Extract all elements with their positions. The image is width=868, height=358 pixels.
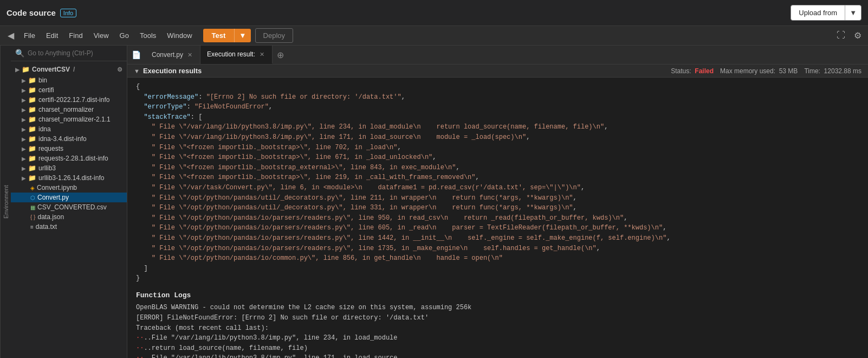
trace-line-1: ··..File "/var/lang/lib/python3.8/imp.py… (136, 333, 859, 343)
chevron-certifi: ▶ (22, 87, 26, 93)
tree-label-charset-dist: charset_normalizer-2.1.1 (38, 116, 111, 123)
tree-label-certifi-dist: certifi-2022.12.7.dist-info (38, 96, 109, 104)
tab-bar: 📄 Convert.py ✕ Execution result: ✕ ⊕ (127, 46, 868, 65)
tree-item-idna-dist[interactable]: ▶ 📁 idna-3.4.dist-info (11, 134, 127, 144)
tree-item-txt[interactable]: ≡ data.txt (11, 222, 127, 232)
menu-bar: ◀ File Edit Find View Go Tools Window Te… (0, 26, 868, 46)
folder-icon-idna-dist: 📁 (28, 135, 36, 143)
tab-add-button[interactable]: ⊕ (273, 47, 288, 63)
tab-exec-label: Execution result: (207, 50, 255, 58)
function-logs-content: OpenBLAS WARNING - could not determine t… (136, 303, 859, 358)
tree-settings-icon[interactable]: ⚙ (117, 66, 122, 73)
tree-item-requests[interactable]: ▶ 📁 requests (11, 144, 127, 154)
tree-item-requests-dist[interactable]: ▶ 📁 requests-2.28.1.dist-info (11, 154, 127, 163)
folder-icon-urllib3: 📁 (28, 164, 36, 172)
tab-execution-result[interactable]: Execution result: ✕ (200, 46, 273, 64)
tree-label-urllib3: urllib3 (38, 164, 56, 172)
trace-dots-2: ·· (136, 344, 144, 352)
exec-title: Execution results (143, 67, 202, 75)
exec-panel: ▼ Execution results Status: Failed Max m… (127, 65, 868, 358)
trace-line-3: ··..File "/var/lang/lib/python3.8/imp.py… (136, 353, 859, 358)
tree-root-chevron[interactable]: ▶ (15, 67, 20, 73)
file-tree-header: ▶ 📁 ConvertCSV / ⚙ (11, 63, 127, 75)
menu-window[interactable]: Window (163, 29, 196, 42)
tree-item-bin[interactable]: ▶ 📁 bin (11, 75, 127, 85)
editor-area: 📄 Convert.py ✕ Execution result: ✕ ⊕ ▼ E… (127, 46, 868, 358)
tree-item-charset[interactable]: ▶ 📁 charset_normalizer (11, 105, 127, 114)
menu-view[interactable]: View (89, 29, 113, 42)
tree-label-convertpy: Convert.py (37, 194, 69, 201)
status-failed-value: Failed (695, 67, 714, 75)
chevron-bin: ▶ (22, 78, 26, 84)
tab-convertpy[interactable]: Convert.py ✕ (145, 46, 200, 64)
notebook-icon: ◈ (30, 185, 35, 191)
tree-label-notebook: Convert.ipynb (37, 184, 77, 191)
exec-json-output: { "errorMessage": "[Errno 2] No such fil… (136, 82, 859, 284)
tree-label-requests-dist: requests-2.28.1.dist-info (38, 155, 108, 162)
search-input[interactable] (28, 49, 122, 57)
tree-root-slash: / (73, 66, 75, 73)
upload-dropdown-arrow[interactable]: ▼ (845, 5, 861, 20)
folder-icon-bin: 📁 (28, 76, 36, 84)
tree-item-notebook[interactable]: ◈ Convert.ipynb (11, 183, 127, 193)
json-icon: { } (30, 214, 35, 220)
environment-label: Environment (0, 46, 11, 358)
file-explorer: 🔍 ▶ 📁 ConvertCSV / ⚙ ▶ 📁 bin ▶ (11, 46, 127, 358)
folder-icon-certifi-dist: 📁 (28, 96, 36, 104)
folder-icon-charset-dist: 📁 (28, 116, 36, 123)
csv-icon: ▦ (30, 204, 35, 210)
exec-chevron[interactable]: ▼ (134, 68, 140, 74)
test-dropdown-arrow[interactable]: ▼ (234, 29, 250, 42)
tree-item-urllib3[interactable]: ▶ 📁 urllib3 (11, 163, 127, 173)
back-button[interactable]: ◀ (4, 28, 17, 43)
tree-label-charset: charset_normalizer (38, 106, 94, 113)
deploy-button[interactable]: Deploy (255, 28, 293, 43)
menu-file[interactable]: File (20, 29, 40, 42)
chevron-charset-dist: ▶ (22, 117, 26, 123)
menu-tools[interactable]: Tools (135, 29, 160, 42)
tab-convertpy-close[interactable]: ✕ (186, 50, 193, 60)
tree-item-csv[interactable]: ▦ CSV_CONVERTED.csv (11, 202, 127, 212)
app-title: Code source (7, 8, 56, 17)
chevron-urllib3-dist: ▶ (22, 175, 26, 181)
fullscreen-icon[interactable]: ⛶ (834, 28, 847, 43)
test-button[interactable]: Test (203, 29, 235, 42)
upload-button-label: Upload from (791, 5, 845, 20)
chevron-requests: ▶ (22, 146, 26, 152)
tree-item-urllib3-dist[interactable]: ▶ 📁 urllib3-1.26.14.dist-info (11, 173, 127, 183)
search-bar: 🔍 (11, 46, 127, 61)
tree-label-idna: idna (38, 125, 51, 133)
menu-right: ⛶ ⚙ (834, 28, 864, 43)
chevron-idna: ▶ (22, 126, 26, 132)
tree-item-certifi[interactable]: ▶ 📁 certifi (11, 85, 127, 95)
tree-item-json[interactable]: { } data.json (11, 212, 127, 222)
info-badge[interactable]: Info (60, 9, 76, 17)
tree-label-requests: requests (38, 145, 63, 152)
upload-button[interactable]: Upload from ▼ (791, 5, 861, 21)
log-line-3: Traceback (most recent call last): (136, 323, 859, 334)
tree-label-idna-dist: idna-3.4.dist-info (38, 135, 87, 143)
tree-item-idna[interactable]: ▶ 📁 idna (11, 124, 127, 134)
menu-edit[interactable]: Edit (42, 29, 62, 42)
tree-label-json: data.json (37, 213, 64, 221)
folder-icon-certifi: 📁 (28, 86, 36, 94)
exec-content[interactable]: { "errorMessage": "[Errno 2] No such fil… (127, 78, 868, 358)
tree-item-certifi-dist[interactable]: ▶ 📁 certifi-2022.12.7.dist-info (11, 95, 127, 105)
menu-find[interactable]: Find (64, 29, 87, 42)
chevron-charset: ▶ (22, 107, 26, 113)
tree-item-charset-dist[interactable]: ▶ 📁 charset_normalizer-2.1.1 (11, 114, 127, 124)
tree-label-txt: data.txt (36, 223, 57, 231)
tab-exec-close[interactable]: ✕ (258, 50, 265, 59)
tree-label-bin: bin (38, 76, 47, 84)
tree-item-convertpy[interactable]: ⬡ Convert.py (11, 193, 127, 202)
chevron-urllib3: ▶ (22, 165, 26, 171)
file-tree: ▶ 📁 ConvertCSV / ⚙ ▶ 📁 bin ▶ 📁 certifi ▶ (11, 61, 127, 358)
settings-icon[interactable]: ⚙ (852, 28, 864, 43)
function-logs-header: Function Logs (136, 290, 859, 301)
tree-root-folder-icon: 📁 (22, 66, 30, 73)
tree-root-label[interactable]: ConvertCSV (32, 66, 70, 73)
top-bar: Code source Info Upload from ▼ (0, 0, 868, 26)
test-button-group: Test ▼ (203, 29, 251, 42)
folder-icon-requests-dist: 📁 (28, 155, 36, 162)
menu-go[interactable]: Go (115, 29, 133, 42)
